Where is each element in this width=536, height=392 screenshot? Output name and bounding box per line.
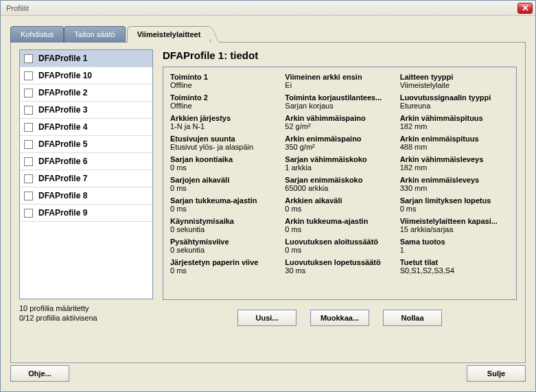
window-title: Profiilit	[6, 4, 29, 12]
field-value: S0,S1,S2,S3,S4	[400, 266, 509, 275]
tabs: Kohdistus Taiton säätö Viimeistelylaitte…	[10, 25, 526, 42]
profile-label: DFAProfile 3	[38, 105, 87, 115]
field-value: Ei	[285, 81, 394, 89]
profile-label: DFAProfile 10	[38, 71, 92, 80]
edit-button[interactable]: Muokkaa...	[310, 310, 369, 326]
field-value: 52 g/m²	[285, 122, 394, 130]
field-value: 0 ms	[285, 205, 394, 213]
action-buttons: Uusi... Muokkaa... Nollaa	[163, 310, 517, 326]
detail-field: Toiminto 1Offline	[170, 73, 279, 89]
field-value: 1 arkkia	[285, 163, 394, 172]
field-label: Arkin tukkeuma-ajastin	[285, 217, 394, 225]
list-footer: 10 profiilia määritetty 0/12 profiilia a…	[19, 303, 153, 323]
help-button[interactable]: Ohje...	[10, 365, 69, 382]
profile-list[interactable]: DFAProfile 1DFAProfile 10DFAProfile 2DFA…	[19, 49, 153, 299]
field-label: Viimeinen arkki ensin	[285, 73, 394, 81]
profile-label: DFAProfile 1	[38, 54, 87, 63]
field-value: Offline	[170, 102, 279, 110]
profile-label: DFAProfile 6	[38, 157, 87, 166]
checkbox[interactable]	[24, 106, 33, 115]
field-label: Laitteen tyyppi	[400, 73, 509, 81]
detail-field: Arkin vähimmäisleveys182 mm	[400, 155, 509, 172]
field-label: Sarjan koontiaika	[170, 155, 279, 163]
checkbox[interactable]	[24, 192, 33, 200]
field-value: 65000 arkkia	[285, 184, 394, 192]
profile-label: DFAProfile 8	[38, 191, 87, 200]
detail-field: Arkkien aikaväli0 ms	[285, 196, 394, 213]
bottom-bar: Ohje... Sulje	[10, 365, 526, 382]
field-value: Etusivut ylös- ja alaspäin	[170, 143, 279, 151]
profile-label: DFAProfile 7	[38, 174, 87, 183]
list-item[interactable]: DFAProfile 4	[20, 119, 152, 136]
list-item[interactable]: DFAProfile 8	[20, 187, 152, 205]
checkbox[interactable]	[24, 89, 33, 97]
checkbox[interactable]	[24, 174, 33, 183]
field-label: Arkin enimmäispituus	[400, 135, 509, 143]
field-value: 0 ms	[170, 163, 279, 172]
detail-box: Toiminto 1OfflineToiminto 2OfflineArkkie…	[163, 67, 517, 300]
list-item[interactable]: DFAProfile 2	[20, 84, 152, 102]
detail-field: Luovutuksen lopetussäätö30 ms	[285, 258, 394, 275]
field-label: Arkkien aikaväli	[285, 196, 394, 205]
checkbox[interactable]	[24, 54, 33, 63]
checkbox[interactable]	[24, 209, 33, 218]
new-button[interactable]: Uusi...	[237, 310, 296, 326]
field-value: 0 sekuntia	[170, 225, 279, 233]
field-label: Sarjan vähimmäiskoko	[285, 155, 394, 163]
list-item[interactable]: DFAProfile 9	[20, 205, 152, 222]
close-button[interactable]: Sulje	[467, 365, 526, 382]
field-label: Arkin vähimmäispaino	[285, 114, 394, 122]
field-value: 15 arkkia/sarjaa	[400, 225, 509, 233]
field-label: Käynnistymisaika	[170, 217, 279, 225]
tab-panel: DFAProfile 1DFAProfile 10DFAProfile 2DFA…	[10, 42, 526, 363]
list-item[interactable]: DFAProfile 3	[20, 102, 152, 119]
field-value: 182 mm	[400, 122, 509, 130]
profile-label: DFAProfile 9	[38, 208, 87, 218]
checkbox[interactable]	[24, 140, 33, 149]
detail-col-1: Toiminto 1OfflineToiminto 2OfflineArkkie…	[170, 73, 279, 294]
checkbox[interactable]	[24, 157, 33, 166]
detail-field: Tuetut tilatS0,S1,S2,S3,S4	[400, 258, 509, 275]
field-value: 1	[400, 246, 509, 254]
field-label: Arkin enimmäispaino	[285, 135, 394, 143]
field-label: Viimeistelylaitteen kapasi...	[400, 217, 509, 225]
field-label: Pysähtymisviive	[170, 238, 279, 246]
detail-col-3: Laitteen tyyppiViimeistelylaiteLuovutuss…	[400, 73, 509, 294]
field-value: 182 mm	[400, 163, 509, 172]
field-label: Sarjan limityksen lopetus	[400, 196, 509, 205]
field-label: Tuetut tilat	[400, 258, 509, 266]
detail-field: Sarjan enimmäiskoko65000 arkkia	[285, 176, 394, 192]
detail-field: Arkkien järjestys1-N ja N-1	[170, 114, 279, 130]
field-label: Toiminto 2	[170, 93, 279, 102]
profiles-defined: 10 profiilia määritetty	[19, 303, 153, 313]
field-label: Toiminto 1	[170, 73, 279, 81]
field-label: Arkin enimmäisleveys	[400, 176, 509, 184]
detail-field: Laitteen tyyppiViimeistelylaite	[400, 73, 509, 89]
field-value: 0 ms	[285, 246, 394, 254]
list-item[interactable]: DFAProfile 1	[20, 50, 152, 67]
tab-viimeistelylaitteet[interactable]: Viimeistelylaitteet	[127, 26, 211, 43]
field-value: 350 g/m²	[285, 143, 394, 151]
reset-button[interactable]: Nollaa	[383, 310, 442, 326]
titlebar: Profiilit	[1, 1, 535, 16]
tab-taiton-saato[interactable]: Taiton säätö	[64, 26, 125, 43]
list-item[interactable]: DFAProfile 7	[20, 170, 152, 187]
detail-field: Toiminto 2Offline	[170, 93, 279, 110]
field-value: 0 ms	[170, 266, 279, 275]
profiles-active: 0/12 profiilia aktiivisena	[19, 313, 153, 323]
detail-field: Sarjan limityksen lopetus0 ms	[400, 196, 509, 213]
detail-field: Luovutuksen aloitussäätö0 ms	[285, 238, 394, 254]
checkbox[interactable]	[24, 71, 33, 80]
checkbox[interactable]	[24, 123, 33, 132]
close-icon[interactable]	[517, 3, 533, 14]
list-item[interactable]: DFAProfile 5	[20, 136, 152, 153]
content-area: Kohdistus Taiton säätö Viimeistelylaitte…	[1, 16, 535, 370]
list-item[interactable]: DFAProfile 10	[20, 67, 152, 84]
detail-field: Käynnistymisaika0 sekuntia	[170, 217, 279, 233]
list-item[interactable]: DFAProfile 6	[20, 153, 152, 170]
detail-field: Toiminta korjaustilantees...Sarjan korja…	[285, 93, 394, 110]
field-label: Luovutussignaalin tyyppi	[400, 93, 509, 102]
detail-field: Arkin enimmäispituus488 mm	[400, 135, 509, 151]
detail-field: Sarjan tukkeuma-ajastin0 ms	[170, 196, 279, 213]
tab-kohdistus[interactable]: Kohdistus	[10, 26, 64, 43]
